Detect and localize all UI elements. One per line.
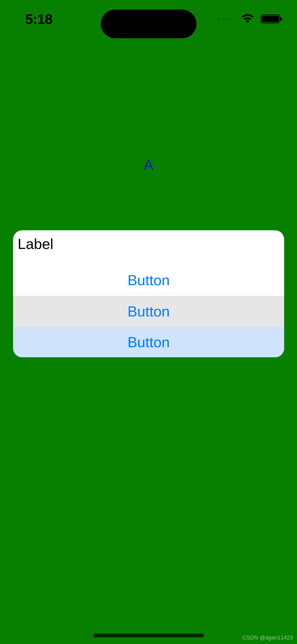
signal-dots-icon xyxy=(218,18,233,20)
status-time: 5:18 xyxy=(25,11,52,27)
home-indicator[interactable] xyxy=(93,634,204,637)
panel-button-2[interactable]: Button xyxy=(13,296,284,327)
panel-label: Label xyxy=(13,230,284,264)
panel-button-1[interactable]: Button xyxy=(13,264,284,296)
letter-a-label: A xyxy=(144,156,153,173)
watermark-text: CSDN @agan11423 xyxy=(242,634,293,641)
svg-rect-2 xyxy=(281,17,282,20)
wifi-icon xyxy=(240,13,255,24)
panel-card: Label Button Button Button xyxy=(13,230,284,357)
status-right xyxy=(218,13,283,24)
panel-button-3[interactable]: Button xyxy=(13,327,284,357)
svg-rect-1 xyxy=(262,16,279,22)
dynamic-island xyxy=(101,10,196,38)
battery-icon xyxy=(260,13,283,24)
